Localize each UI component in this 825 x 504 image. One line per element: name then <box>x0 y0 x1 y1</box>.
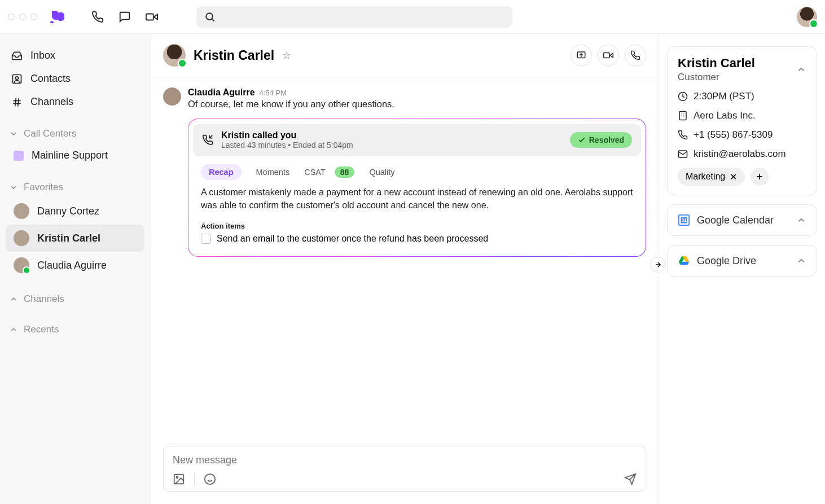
tags-row: Marketing ✕ <box>678 168 806 186</box>
emoji-icon[interactable] <box>204 473 216 485</box>
chevron-up-icon <box>9 295 18 304</box>
call-center-mainline[interactable]: Mainline Support <box>6 144 144 167</box>
integration-google-drive[interactable]: Google Drive <box>667 245 817 277</box>
search-icon <box>204 11 216 23</box>
message-text: Of course, let me know if you any other … <box>188 99 646 109</box>
section-recents[interactable]: Recents <box>6 319 144 340</box>
tab-label: Moments <box>256 168 290 177</box>
svg-rect-12 <box>604 53 610 58</box>
close-dot[interactable] <box>8 14 15 20</box>
phone-icon[interactable] <box>91 11 104 23</box>
search-input[interactable] <box>221 12 504 21</box>
close-icon[interactable]: ✕ <box>730 172 737 182</box>
svg-line-9 <box>18 98 19 106</box>
building-icon <box>678 111 688 121</box>
card-tabs: Recap Moments CSAT 88 Quality <box>193 156 641 186</box>
info-phone: +1 (555) 867-5309 <box>678 129 806 141</box>
tab-csat[interactable]: CSAT 88 <box>304 166 354 178</box>
image-icon[interactable] <box>173 473 185 485</box>
message-icon[interactable] <box>119 11 131 23</box>
svg-text:31: 31 <box>681 218 687 223</box>
nav-inbox[interactable]: Inbox <box>6 44 144 67</box>
details-panel: Kristin Carlel Customer 2:30PM (PST) Aer… <box>659 34 825 504</box>
section-label: Recents <box>24 324 59 335</box>
tag-marketing[interactable]: Marketing ✕ <box>678 168 745 186</box>
integration-google-calendar[interactable]: 31 Google Calendar <box>667 204 817 236</box>
minimize-dot[interactable] <box>19 14 26 20</box>
window-controls <box>8 14 37 20</box>
integration-label: Google Drive <box>697 255 756 267</box>
contact-role: Customer <box>678 72 755 83</box>
section-label: Favorites <box>24 182 63 193</box>
maximize-dot[interactable] <box>30 14 37 20</box>
tab-moments[interactable]: Moments <box>256 168 290 177</box>
info-value: 2:30PM (PST) <box>694 91 754 102</box>
card-title: Kristin called you <box>221 130 353 141</box>
info-value: +1 (555) 867-5309 <box>694 129 773 141</box>
item-label: Claudia Aguirre <box>37 260 107 271</box>
tab-quality[interactable]: Quality <box>369 168 394 177</box>
nav-channels[interactable]: Channels <box>6 90 144 113</box>
card-header: Kristin called you Lasted 43 minutes • E… <box>193 124 641 156</box>
card-subtitle: Lasted 43 minutes • Ended at 5:04pm <box>221 141 353 150</box>
svg-rect-24 <box>679 112 686 120</box>
svg-point-5 <box>16 76 19 79</box>
video-icon[interactable] <box>146 11 158 23</box>
clock-icon <box>678 91 688 102</box>
info-company: Aero Labs Inc. <box>678 110 806 121</box>
recap-text: A customer mistakenly made a payment for… <box>193 186 641 217</box>
info-time: 2:30PM (PST) <box>678 91 806 102</box>
arrow-right-icon <box>654 261 662 269</box>
app-logo <box>50 8 67 25</box>
send-icon[interactable] <box>624 473 637 485</box>
item-label: Kristin Carlel <box>37 233 100 244</box>
message-composer[interactable] <box>163 446 646 492</box>
color-swatch <box>14 151 24 161</box>
sidebar: Inbox Contacts Channels Call Centers Mai… <box>0 34 151 504</box>
action-item: Send an email to the customer once the r… <box>193 234 641 252</box>
chevron-down-icon <box>9 129 18 138</box>
svg-point-17 <box>176 476 178 478</box>
add-tag-button[interactable] <box>751 168 769 186</box>
contact-avatar <box>163 44 186 67</box>
tab-label: Quality <box>369 168 394 177</box>
check-icon <box>578 136 586 144</box>
author-avatar <box>163 87 181 106</box>
tab-label: CSAT <box>304 168 326 177</box>
chevron-up-icon[interactable] <box>796 64 806 74</box>
svg-line-3 <box>212 19 214 21</box>
message-time: 4:54 PM <box>260 89 287 97</box>
tag-label: Marketing <box>686 172 725 182</box>
google-drive-icon <box>678 255 690 267</box>
nav-label: Contacts <box>30 73 71 85</box>
svg-marker-13 <box>610 53 613 58</box>
chevron-up-icon <box>9 325 18 334</box>
info-value: kristin@aerolabs.com <box>694 148 786 160</box>
user-avatar[interactable] <box>797 7 817 27</box>
section-channels[interactable]: Channels <box>6 289 144 309</box>
chat-header: Kristin Carlel ☆ <box>151 34 659 77</box>
favorite-claudia[interactable]: Claudia Aguirre <box>6 252 144 279</box>
section-call-centers[interactable]: Call Centers <box>6 124 144 144</box>
phone-call-button[interactable] <box>625 45 646 66</box>
composer-input[interactable] <box>173 454 637 466</box>
nav-label: Inbox <box>30 50 55 62</box>
search-bar[interactable] <box>196 6 512 28</box>
checkbox[interactable] <box>201 234 211 244</box>
svg-point-18 <box>205 474 215 484</box>
collapse-details-button[interactable] <box>650 257 666 273</box>
video-call-button[interactable] <box>598 45 619 66</box>
star-icon[interactable]: ☆ <box>282 49 291 62</box>
nav-contacts[interactable]: Contacts <box>6 67 144 90</box>
favorite-danny[interactable]: Danny Cortez <box>6 198 144 225</box>
action-text: Send an email to the customer once the r… <box>217 234 488 244</box>
phone-icon <box>678 130 688 140</box>
google-calendar-icon: 31 <box>678 214 690 226</box>
favorite-kristin[interactable]: Kristin Carlel <box>6 225 144 252</box>
screen-share-button[interactable] <box>571 45 592 66</box>
item-label: Danny Cortez <box>37 205 99 217</box>
section-favorites[interactable]: Favorites <box>6 177 144 198</box>
message: Claudia Aguirre 4:54 PM Of course, let m… <box>163 87 646 257</box>
tab-recap[interactable]: Recap <box>201 164 242 180</box>
divider <box>194 473 195 485</box>
